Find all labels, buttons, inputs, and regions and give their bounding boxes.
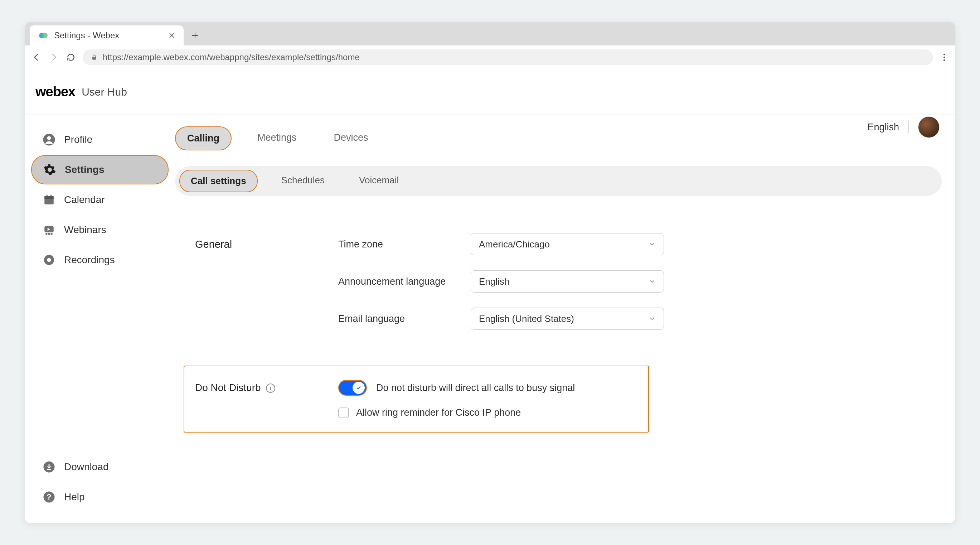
sidebar-item-label: Download: [64, 461, 109, 473]
sidebar-item-help[interactable]: ? Help: [31, 482, 169, 512]
download-icon: [42, 460, 56, 474]
info-icon[interactable]: i: [266, 384, 275, 393]
dnd-toggle[interactable]: [338, 380, 367, 396]
close-icon[interactable]: [169, 32, 175, 39]
lock-icon: [91, 54, 98, 61]
svg-point-1: [42, 33, 48, 38]
svg-rect-13: [45, 196, 54, 199]
record-icon: [42, 253, 56, 267]
svg-point-7: [943, 53, 945, 55]
help-icon: ?: [42, 490, 56, 504]
toggle-knob: [353, 382, 365, 394]
svg-point-21: [47, 258, 51, 262]
timezone-label: Time zone: [338, 239, 471, 250]
timezone-select[interactable]: America/Chicago: [471, 233, 664, 255]
url-text: https://example.webex.com/webappng/sites…: [103, 52, 360, 62]
dnd-description: Do not disturb will direct all calls to …: [376, 382, 575, 394]
email-language-select[interactable]: English (United States): [471, 308, 664, 330]
sidebar-item-calendar[interactable]: Calendar: [31, 185, 169, 215]
sidebar-item-label: Recordings: [64, 254, 115, 266]
hub-title: User Hub: [82, 86, 127, 98]
webex-favicon-icon: [38, 30, 48, 40]
svg-point-19: [51, 233, 52, 235]
subtab-schedules[interactable]: Schedules: [270, 170, 336, 192]
svg-rect-14: [46, 195, 48, 197]
subtab-voicemail[interactable]: Voicemail: [348, 170, 409, 192]
calendar-icon: [42, 193, 56, 207]
announcement-language-label: Announcement language: [338, 276, 471, 287]
chevron-down-icon: [649, 278, 656, 285]
main-content: English Calling Meetings Devices Call se…: [175, 115, 955, 523]
svg-point-17: [45, 233, 48, 235]
chevron-down-icon: [649, 241, 656, 248]
avatar[interactable]: [918, 116, 940, 138]
app-header: webex User Hub: [25, 69, 955, 115]
sidebar-item-recordings[interactable]: Recordings: [31, 245, 169, 275]
announcement-language-select[interactable]: English: [471, 270, 664, 293]
general-settings-card: General Time zone America/Chicago Announ…: [175, 215, 942, 351]
ring-reminder-label: Allow ring reminder for Cisco IP phone: [356, 407, 521, 418]
sidebar-item-label: Settings: [65, 164, 104, 175]
email-language-label: Email language: [338, 313, 471, 324]
person-icon: [42, 132, 56, 147]
sidebar-item-profile[interactable]: Profile: [31, 125, 169, 155]
timezone-value: America/Chicago: [479, 239, 550, 250]
svg-point-8: [943, 56, 945, 57]
gear-icon: [43, 163, 57, 177]
section-general-label: General: [195, 239, 338, 250]
sidebar-item-settings[interactable]: Settings: [31, 155, 169, 185]
sidebar-item-label: Webinars: [64, 224, 106, 236]
webinar-icon: [42, 223, 56, 237]
tab-calling[interactable]: Calling: [175, 126, 232, 150]
browser-menu-button[interactable]: [940, 53, 949, 62]
divider: [908, 121, 909, 133]
announcement-language-value: English: [479, 276, 509, 287]
ring-reminder-checkbox[interactable]: [338, 408, 349, 418]
svg-point-18: [48, 233, 50, 235]
language-selector[interactable]: English: [867, 122, 899, 133]
dnd-title: Do Not Disturb: [195, 382, 261, 394]
svg-point-11: [47, 136, 51, 140]
url-input[interactable]: https://example.webex.com/webappng/sites…: [83, 49, 933, 65]
tab-meetings[interactable]: Meetings: [246, 126, 308, 150]
reload-button[interactable]: [65, 52, 76, 63]
back-button[interactable]: [31, 52, 42, 63]
svg-text:?: ?: [47, 493, 51, 501]
sidebar-item-download[interactable]: Download: [31, 452, 169, 481]
sub-tabs: Call settings Schedules Voicemail: [175, 166, 942, 196]
browser-address-bar: https://example.webex.com/webappng/sites…: [25, 45, 955, 69]
new-tab-button[interactable]: [189, 29, 202, 42]
sidebar-item-label: Help: [64, 491, 85, 503]
svg-rect-6: [92, 57, 96, 60]
sidebar-item-webinars[interactable]: Webinars: [31, 215, 169, 245]
primary-tabs: Calling Meetings Devices: [175, 126, 942, 150]
email-language-value: English (United States): [479, 313, 574, 324]
svg-point-9: [943, 59, 945, 61]
chevron-down-icon: [649, 315, 656, 322]
browser-tab-title: Settings - Webex: [54, 30, 119, 40]
sidebar-item-label: Calendar: [64, 194, 105, 206]
browser-tab[interactable]: Settings - Webex: [30, 25, 184, 45]
subtab-call-settings[interactable]: Call settings: [179, 170, 258, 192]
sidebar-item-label: Profile: [64, 134, 92, 145]
webex-logo: webex: [35, 84, 75, 100]
svg-rect-15: [51, 195, 51, 197]
browser-tab-strip: Settings - Webex: [25, 22, 955, 45]
tab-devices[interactable]: Devices: [323, 126, 380, 150]
sidebar: Profile Settings Calendar: [25, 115, 175, 523]
forward-button[interactable]: [48, 52, 59, 63]
do-not-disturb-section: Do Not Disturb i Do not disturb will dir…: [184, 366, 649, 433]
